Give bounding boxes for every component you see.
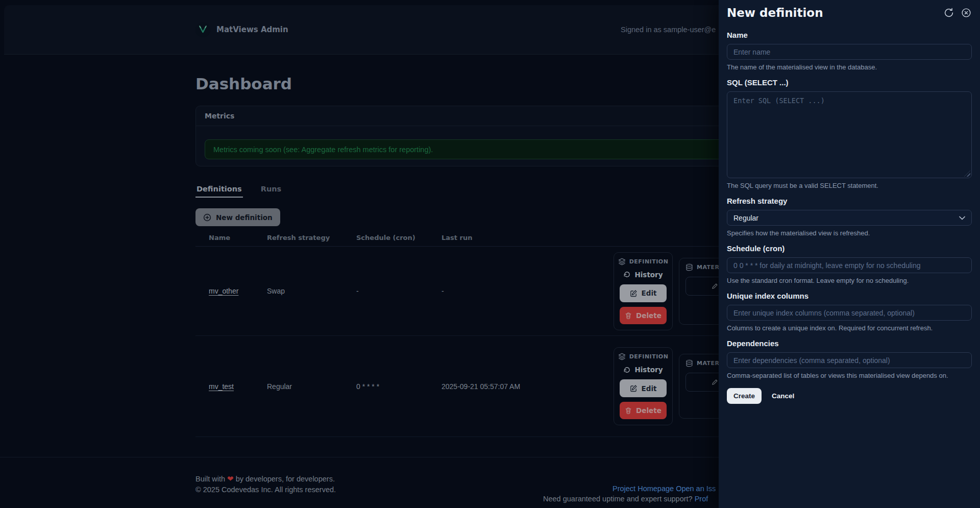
drawer-buttons: Create Cancel	[727, 388, 972, 404]
refresh-strategy-label: Refresh strategy	[727, 197, 972, 206]
new-definition-drawer: New definition Name The name of the mate…	[719, 0, 980, 508]
chevron-down-icon	[959, 216, 965, 220]
dependencies-input[interactable]	[727, 352, 972, 368]
unique-index-help: Columns to create a unique index on. Req…	[727, 324, 972, 332]
drawer-title: New definition	[727, 6, 823, 19]
cancel-button[interactable]: Cancel	[772, 392, 794, 400]
unique-index-input[interactable]	[727, 305, 972, 321]
name-field-label: Name	[727, 31, 972, 40]
schedule-field-help: Use the standard cron format. Leave empt…	[727, 277, 972, 285]
dependencies-label: Dependencies	[727, 339, 972, 348]
drawer-header-icons	[943, 7, 972, 18]
create-button[interactable]: Create	[727, 388, 762, 404]
close-icon[interactable]	[961, 7, 972, 18]
refresh-icon[interactable]	[943, 7, 954, 18]
sql-textarea[interactable]	[727, 91, 972, 178]
refresh-strategy-value: Regular	[733, 214, 758, 222]
sql-field-label: SQL (SELECT ...)	[727, 78, 972, 87]
name-input[interactable]	[727, 44, 972, 60]
refresh-strategy-select[interactable]: Regular	[727, 210, 972, 226]
unique-index-label: Unique index columns	[727, 292, 972, 301]
refresh-strategy-help: Specifies how the materialised view is r…	[727, 229, 972, 237]
dependencies-help: Comma-separated list of tables or views …	[727, 372, 972, 380]
schedule-field-label: Schedule (cron)	[727, 244, 972, 253]
sql-field-help: The SQL query must be a valid SELECT sta…	[727, 182, 972, 190]
drawer-header: New definition	[727, 6, 972, 19]
name-field-help: The name of the materialised view in the…	[727, 63, 972, 71]
schedule-input[interactable]	[727, 257, 972, 273]
